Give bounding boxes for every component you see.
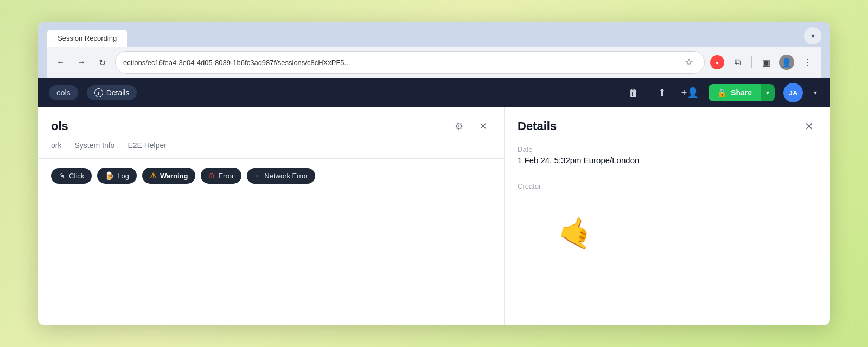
address-bar[interactable]: ections/ec16fea4-3e04-4d05-8039-1b6fc3ad…	[115, 51, 705, 74]
filter-click-button[interactable]: 🖱 Click	[51, 168, 92, 184]
user-avatar[interactable]: JA	[783, 83, 803, 102]
back-icon[interactable]: ←	[53, 55, 68, 70]
creator-label: Creator	[518, 182, 817, 190]
sidebar-toggle-icon[interactable]: ▣	[758, 55, 774, 70]
share-dropdown-button[interactable]: ▾	[761, 84, 775, 101]
filter-network-error-button[interactable]: ↔ Network Error	[247, 168, 315, 184]
click-icon: 🖱	[59, 172, 66, 180]
share-dropdown-icon: ▾	[766, 89, 769, 97]
left-panel: ols ⚙ ✕ ork System Info	[38, 107, 505, 325]
close-icon: ✕	[479, 120, 487, 132]
details-tab-label: Details	[106, 88, 130, 97]
error-label: Error	[218, 172, 234, 180]
date-value: 1 Feb 24, 5:32pm Europe/London	[518, 156, 817, 165]
browser-tab-label: Session Recording	[58, 34, 117, 42]
right-panel-close-button[interactable]: ✕	[801, 118, 817, 134]
extensions-icon[interactable]: ⧉	[730, 55, 745, 70]
panel-settings-button[interactable]: ⚙	[451, 118, 467, 134]
bookmark-icon[interactable]: ☆	[681, 55, 697, 70]
panel-tabs: ork System Info E2E Helper	[38, 141, 504, 159]
tab-dropdown-button[interactable]: ▾	[804, 27, 821, 44]
right-panel-title: Details	[518, 119, 801, 133]
browser-toolbar: ← → ↻ ections/ec16fea4-3e04-4d05-8039-1b…	[47, 47, 821, 78]
toolbar-divider	[751, 56, 752, 68]
record-dot: ●	[716, 60, 719, 66]
profile-emoji: 👤	[781, 57, 792, 68]
click-label: Click	[69, 172, 84, 180]
network-error-label: Network Error	[264, 172, 308, 180]
share-lock-icon: 🔒	[717, 88, 726, 97]
share-button-group: 🔒 Share ▾	[709, 84, 775, 101]
sidebar-icon: ▣	[762, 57, 770, 68]
warning-label: Warning	[160, 172, 188, 180]
right-panel-close-icon: ✕	[805, 120, 814, 133]
tools-tab-label: ools	[56, 88, 71, 97]
tab-system-info[interactable]: System Info	[74, 141, 114, 152]
share-label: Share	[731, 88, 752, 97]
warning-icon: ⚠	[150, 171, 157, 180]
export-button[interactable]: ⬆	[652, 83, 672, 102]
more-dots: ⋮	[803, 57, 812, 68]
panel-close-button[interactable]: ✕	[475, 118, 491, 134]
log-icon: 🍺	[105, 171, 114, 180]
share-button[interactable]: 🔒 Share	[709, 84, 761, 101]
profile-icon[interactable]: 👤	[779, 55, 794, 70]
delete-button[interactable]: 🗑	[624, 83, 643, 102]
right-panel-header: Details ✕	[505, 107, 830, 141]
details-info-icon: i	[94, 88, 103, 97]
log-label: Log	[117, 172, 129, 180]
left-panel-title: ols	[51, 119, 451, 133]
filter-log-button[interactable]: 🍺 Log	[97, 168, 137, 184]
app-header: ools i Details 🗑 ⬆ +👤 🔒 Share ▾	[38, 78, 830, 107]
error-icon: ⊙	[208, 171, 215, 180]
record-extension-icon: ●	[710, 55, 724, 69]
browser-tab[interactable]: Session Recording	[47, 30, 127, 47]
user-dropdown-arrow[interactable]: ▾	[812, 89, 819, 97]
app-content: ols ⚙ ✕ ork System Info	[38, 107, 830, 325]
address-bar-text: ections/ec16fea4-3e04-4d05-8039-1b6fc3ad…	[123, 59, 677, 67]
puzzle-icon: ⧉	[735, 57, 741, 67]
tab-network[interactable]: ork	[51, 141, 61, 152]
header-details-tab[interactable]: i Details	[87, 85, 137, 100]
panel-header-icons: ⚙ ✕	[451, 118, 491, 134]
network-error-icon: ↔	[254, 172, 261, 179]
header-tools-tab[interactable]: ools	[49, 85, 78, 100]
delete-icon: 🗑	[629, 87, 639, 99]
filter-warning-button[interactable]: ⚠ Warning	[142, 168, 196, 184]
forward-icon[interactable]: →	[74, 55, 89, 70]
left-panel-header: ols ⚙ ✕	[38, 107, 504, 141]
date-label: Date	[518, 145, 817, 153]
filter-bar: 🖱 Click 🍺 Log ⚠ Warning ⊙ Error ↔ Ne	[38, 159, 504, 192]
tab-e2e-helper[interactable]: E2E Helper	[127, 141, 167, 152]
right-panel: Details ✕ Date 1 Feb 24, 5:32pm Europe/L…	[505, 107, 830, 325]
filter-error-button[interactable]: ⊙ Error	[201, 168, 241, 184]
gear-icon: ⚙	[455, 120, 463, 132]
add-user-icon: +👤	[681, 87, 699, 99]
details-date-section: Date 1 Feb 24, 5:32pm Europe/London	[505, 141, 830, 169]
export-icon: ⬆	[658, 87, 666, 99]
avatar-initials: JA	[789, 89, 798, 97]
tab-dropdown-icon: ▾	[811, 31, 815, 40]
reload-icon[interactable]: ↻	[94, 55, 110, 70]
more-menu-icon[interactable]: ⋮	[800, 55, 815, 70]
details-creator-section: Creator	[505, 169, 830, 195]
add-user-button[interactable]: +👤	[680, 83, 700, 102]
